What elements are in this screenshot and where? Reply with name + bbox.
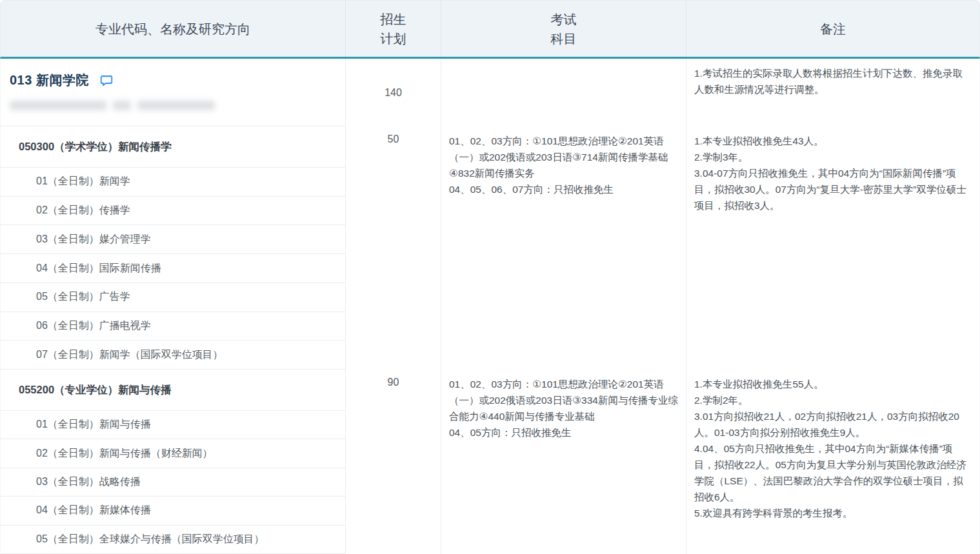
header-remarks-column: 备注 [686,1,979,57]
major-section-row: 050300（学术学位）新闻传播学 01（全日制）新闻学 02（全日制）传播学 … [1,126,979,370]
direction-row: 05（全日制）全球媒介与传播（国际双学位项目） [1,526,345,554]
direction-row: 06（全日制）广播电视学 [1,312,345,341]
direction-row: 04（全日制）新媒体传播 [1,497,345,525]
major-directions-cell: 055200（专业学位）新闻与传播 01（全日制）新闻与传播 02（全日制）新闻… [1,370,345,554]
major-exam-cell: 01、02、03方向：①101思想政治理论②201英语（一）或202俄语或203… [441,126,686,370]
major-remarks-text: 1.本专业拟招收推免生43人。 2.学制3年。 3.04-07方向只招收推免生，… [686,126,979,219]
college-cell: 013 新闻学院 [1,59,345,126]
major-exam-text: 01、02、03方向：①101思想政治理论②201英语（一）或202俄语或203… [441,370,686,446]
college-row: 013 新闻学院 140 [1,59,979,126]
major-plan-cell: 90 [345,370,441,554]
direction-row: 05（全日制）广告学 [1,283,345,312]
major-remarks-cell: 1.本专业拟招收推免生43人。 2.学制3年。 3.04-07方向只招收推免生，… [686,126,979,370]
major-title: 050300（学术学位）新闻传播学 [1,126,345,168]
major-title: 055200（专业学位）新闻与传播 [1,370,345,411]
college-title-block: 013 新闻学院 [1,59,345,126]
table-body: 013 新闻学院 140 [0,59,980,554]
blurred-text [10,101,345,110]
college-remarks-cell: 1.考试招生的实际录取人数将根据招生计划下达数、推免录取人数和生源情况等进行调整… [686,59,979,126]
major-remarks-cell: 1.本专业拟招收推免生55人。 2.学制2年。 3.01方向拟招收21人，02方… [686,370,979,554]
college-title: 013 新闻学院 [10,72,89,89]
college-exam-cell [441,59,686,126]
direction-row: 04（全日制）国际新闻传播 [1,254,345,283]
speech-bubble-icon[interactable] [99,74,114,88]
major-exam-cell: 01、02、03方向：①101思想政治理论②201英语（一）或202俄语或203… [441,370,686,554]
header-plan-column: 招生 计划 [345,1,441,57]
admissions-table-page: 专业代码、名称及研究方向 招生 计划 考试 科目 备注 013 新闻学院 [0,0,980,554]
college-plan-cell: 140 [345,59,441,126]
major-exam-text: 01、02、03方向：①101思想政治理论②201英语（一）或202俄语或203… [441,126,686,203]
college-remarks-text: 1.考试招生的实际录取人数将根据招生计划下达数、推免录取人数和生源情况等进行调整… [686,59,979,103]
header-exam-column: 考试 科目 [441,1,686,57]
direction-row: 02（全日制）新闻与传播（财经新闻） [1,439,345,468]
direction-row: 02（全日制）传播学 [1,197,345,226]
major-directions-cell: 050300（学术学位）新闻传播学 01（全日制）新闻学 02（全日制）传播学 … [1,126,345,370]
major-section-row: 055200（专业学位）新闻与传播 01（全日制）新闻与传播 02（全日制）新闻… [1,370,979,554]
direction-row: 03（全日制）战略传播 [1,468,345,497]
direction-row: 01（全日制）新闻学 [1,168,345,197]
major-plan-cell: 50 [345,126,441,370]
header-major-column: 专业代码、名称及研究方向 [1,1,345,57]
direction-row: 03（全日制）媒介管理学 [1,225,345,254]
direction-row: 01（全日制）新闻与传播 [1,411,345,439]
table-header-row: 专业代码、名称及研究方向 招生 计划 考试 科目 备注 [0,0,980,59]
direction-row: 07（全日制）新闻学（国际双学位项目） [1,341,345,370]
major-remarks-text: 1.本专业拟招收推免生55人。 2.学制2年。 3.01方向拟招收21人，02方… [686,370,979,526]
